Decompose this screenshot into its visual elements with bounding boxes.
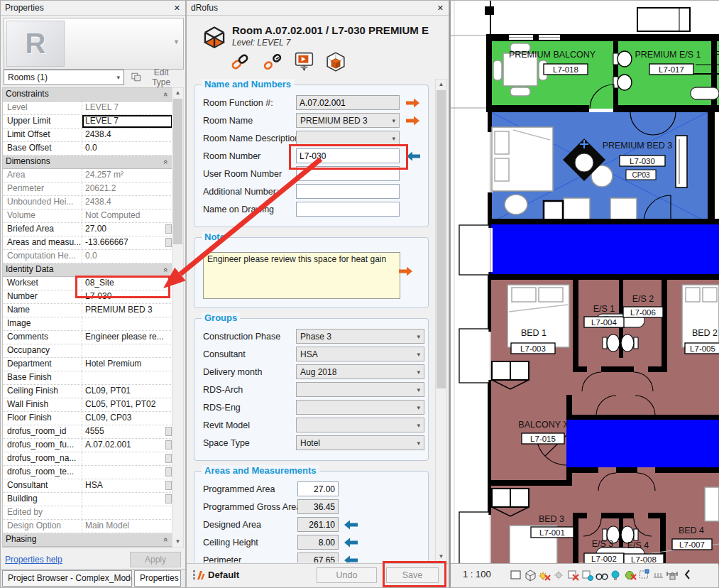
prop-row-name[interactable]: NamePREMIUM BED 3 [3, 304, 172, 317]
prop-value[interactable]: CL05, PT01, PT02 [82, 398, 172, 411]
prop-row-comments[interactable]: CommentsEngineer please re... [3, 331, 172, 344]
prop-row-upper-limit[interactable]: Upper LimitLEVEL 7 [3, 115, 172, 129]
room-tag-bed2[interactable]: L7-005 [690, 344, 715, 353]
prop-value[interactable]: 27.00 [82, 223, 172, 236]
field-combo-room-name[interactable]: PREMIUM BED 3▾ [296, 113, 400, 128]
view-scale[interactable]: 1 : 100 [463, 569, 491, 579]
prop-value[interactable] [82, 317, 172, 330]
ellipsis-button[interactable] [165, 481, 172, 490]
room-tag-es3[interactable]: L7-002 [591, 555, 617, 563]
prop-row-phase[interactable]: PhaseNew Construction [3, 547, 172, 548]
prop-value[interactable]: CL09, PT01 [82, 385, 172, 398]
prop-row-volume[interactable]: VolumeNot Computed [3, 209, 172, 223]
prop-row-consultant[interactable]: ConsultantHSA [3, 479, 172, 493]
prop-value[interactable]: Engineer please re... [82, 331, 172, 344]
push-arrow-icon[interactable] [406, 98, 420, 108]
prop-value[interactable]: 4555 [82, 425, 172, 438]
prop-row-drofus-room-te[interactable]: drofus_room_te... [3, 466, 172, 479]
prop-value[interactable]: -13.666667 [82, 236, 172, 249]
prop-value[interactable]: PREMIUM BED 3 [82, 304, 172, 317]
prop-value[interactable]: A.07.02.001 [82, 439, 172, 452]
ellipsis-button[interactable] [165, 224, 172, 234]
prop-row-occupancy[interactable]: Occupancy [3, 344, 172, 358]
collapse-chevron-icon[interactable]: « [160, 92, 172, 97]
reveal-hidden-icon[interactable] [612, 571, 619, 580]
drofus-scrollbar[interactable]: ▲ ▼ [435, 79, 447, 562]
tab-project-browser[interactable]: Project Browser - Complex_Mode... [2, 570, 132, 587]
field-input-room-function[interactable] [296, 95, 400, 110]
link-icon[interactable] [229, 53, 251, 71]
prop-row-computation-he[interactable]: Computation He...0.0 [3, 250, 172, 263]
apply-button[interactable]: Apply [130, 552, 181, 567]
scroll-up-icon[interactable]: ▲ [172, 88, 183, 98]
prop-row-unbounded-hei[interactable]: Unbounded Hei...2438.4 [3, 196, 172, 209]
prop-row-number[interactable]: NumberL7-030 [3, 290, 172, 304]
prop-value[interactable]: LEVEL 7 [82, 102, 172, 114]
prop-row-floor-finish[interactable]: Floor FinishCL09, CP03 [3, 412, 172, 425]
hide-isolate-icon[interactable] [596, 574, 608, 579]
prop-value[interactable]: HSA [82, 479, 172, 492]
pull-arrow-icon[interactable] [344, 538, 358, 548]
prop-row-briefed-area[interactable]: Briefed Area27.00 [3, 223, 172, 236]
visual-style-icon[interactable] [511, 571, 520, 579]
corridor2-region[interactable] [566, 420, 719, 467]
ellipsis-button[interactable] [165, 440, 172, 450]
note-textarea[interactable]: Engineer please review this space for he… [203, 252, 400, 299]
field-input-user-room-number[interactable] [296, 166, 400, 181]
prop-row-drofus-room-fu[interactable]: drofus_room_fu...A.07.02.001 [3, 439, 172, 452]
field-input-programmed-area[interactable] [297, 481, 339, 496]
room-tag-premium-es1[interactable]: L7-017 [659, 65, 684, 74]
field-combo-revit-model[interactable]: ▾ [296, 418, 424, 432]
prop-value[interactable]: Hotel Premium [82, 358, 172, 371]
ellipsis-button[interactable] [165, 454, 172, 463]
properties-scrollbar[interactable]: ▲ ▼ [172, 87, 184, 548]
field-input-programmed-gross-area[interactable] [297, 499, 339, 514]
save-button[interactable]: Save [386, 567, 439, 583]
type-selector[interactable]: Rooms (1) ▾ [4, 70, 124, 85]
prop-value[interactable]: 0.0 [82, 250, 172, 263]
prop-row-design-option[interactable]: Design OptionMain Model [3, 520, 172, 533]
push-arrow-icon[interactable] [399, 266, 413, 276]
prop-value[interactable] [82, 371, 172, 384]
scroll-down-icon[interactable]: ▼ [172, 537, 183, 547]
prop-row-building[interactable]: Building [3, 493, 172, 506]
field-input-ceiling-height[interactable] [297, 535, 339, 550]
collapse-chevron-icon[interactable]: « [160, 538, 172, 542]
room-tag-premium-balcony[interactable]: L7-018 [553, 65, 578, 74]
crop-region-icon[interactable] [583, 571, 593, 581]
model-cube-icon[interactable] [326, 52, 346, 72]
close-icon[interactable]: ✕ [174, 4, 180, 13]
room-tag-bed3[interactable]: L7-001 [539, 528, 565, 537]
push-monitor-icon[interactable] [295, 52, 314, 72]
sun-path-off-icon[interactable] [539, 572, 550, 580]
close-icon[interactable]: ✕ [437, 4, 444, 13]
prop-value[interactable] [82, 506, 172, 519]
prop-value[interactable]: 20621.2 [82, 183, 172, 195]
scrollbar-thumb[interactable] [173, 99, 182, 244]
prop-row-wall-finish[interactable]: Wall FinishCL05, PT01, PT02 [3, 398, 172, 412]
prop-value[interactable]: Main Model [82, 520, 172, 533]
collapse-chevron-icon[interactable]: « [160, 268, 172, 272]
tab-properties[interactable]: Properties [134, 570, 181, 587]
prop-value[interactable] [82, 344, 172, 357]
pull-arrow-icon[interactable] [344, 520, 358, 530]
field-input-designed-area[interactable] [297, 517, 339, 532]
worksharing-off-icon[interactable] [626, 572, 637, 580]
collapse-icon[interactable] [686, 570, 689, 579]
room-tag-bed1[interactable]: L7-003 [520, 344, 546, 353]
field-combo-space-type[interactable]: Hotel▾ [296, 435, 424, 450]
prop-value[interactable]: Not Computed [82, 209, 172, 222]
undo-button[interactable]: Undo [317, 567, 377, 583]
section-dimensions[interactable]: Dimensions« [3, 156, 172, 169]
section-constraints[interactable]: Constraints« [3, 88, 172, 102]
prop-row-area[interactable]: Area24.257 m² [3, 169, 172, 183]
room-tag-balcony-x[interactable]: L7-015 [530, 435, 556, 443]
scrollbar-thumb[interactable] [437, 90, 446, 388]
ellipsis-button[interactable] [165, 238, 172, 247]
ellipsis-button[interactable] [165, 494, 172, 503]
prop-value[interactable]: L7-030 [82, 290, 172, 303]
unlink-icon[interactable] [262, 53, 283, 71]
chevron-down-icon[interactable]: ▼ [173, 38, 180, 45]
prop-row-edited-by[interactable]: Edited by [3, 506, 172, 520]
prop-value[interactable] [82, 452, 172, 465]
